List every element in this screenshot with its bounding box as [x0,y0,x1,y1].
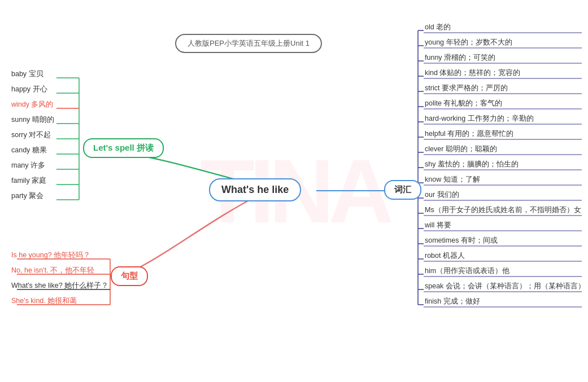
spell-item-happy: happy 开心 [11,85,47,94]
vocab-item-polite: polite 有礼貌的；客气的 [425,99,502,108]
sentence-node: 句型 [111,266,148,286]
spell-item-family: family 家庭 [11,176,46,186]
central-node: What's he like [209,178,301,201]
spell-item-sunny: sunny 晴朗的 [11,115,54,125]
vocab-item-helpful: helpful 有用的；愿意帮忙的 [425,129,513,139]
spell-item-candy: candy 糖果 [11,146,47,155]
vocab-item-ms: Ms（用于女子的姓氏或姓名前，不指明婚否）女 [425,205,581,215]
sent-item-4: She's kind. 她很和蔼 [11,296,77,306]
vocab-item-robot: robot 机器人 [425,251,465,261]
vocab-item-funny: funny 滑稽的；可笑的 [425,53,495,63]
vocab-item-sometimes: sometimes 有时；间或 [425,236,498,245]
vocab-item-our: our 我们的 [425,190,459,200]
vocab-item-young: young 年轻的；岁数不大的 [425,38,512,47]
vocab-item-old: old 老的 [425,23,451,32]
spell-node: Let's spell 拼读 [83,138,164,158]
sent-item-2: No, he isn't. 不，他不年轻 [11,266,94,275]
spell-item-party: party 聚会 [11,191,43,201]
vocab-node: 词汇 [384,180,421,200]
spell-item-windy: windy 多风的 [11,100,53,109]
vocab-item-him: him（用作宾语或表语）他 [425,266,509,276]
vocab-item-strict: strict 要求严格的；严厉的 [425,84,508,93]
vocab-item-clever: clever 聪明的；聪颖的 [425,144,497,154]
vocab-item-know: know 知道；了解 [425,175,480,185]
spell-item-sorry: sorry 对不起 [11,130,51,140]
sent-item-3: What's she like? 她什么样子？ [11,281,108,291]
sent-item-1: Is he young? 他年轻吗？ [11,251,90,260]
vocab-item-finish: finish 完成；做好 [425,297,480,306]
vocab-item-kind: kind 体贴的；慈祥的；宽容的 [425,68,520,78]
title-badge: 人教版PEP小学英语五年级上册Unit 1 [175,34,322,53]
vocab-item-shy: shy 羞怯的；腼腆的；怕生的 [425,160,519,169]
spell-item-baby: baby 宝贝 [11,69,43,79]
vocab-item-speak: speak 会说；会讲（某种语言）；用（某种语言） [425,282,585,291]
spell-item-many: many 许多 [11,161,45,170]
vocab-item-hardworking: hard-working 工作努力的；辛勤的 [425,114,534,124]
vocab-item-will: will 将要 [425,221,451,230]
